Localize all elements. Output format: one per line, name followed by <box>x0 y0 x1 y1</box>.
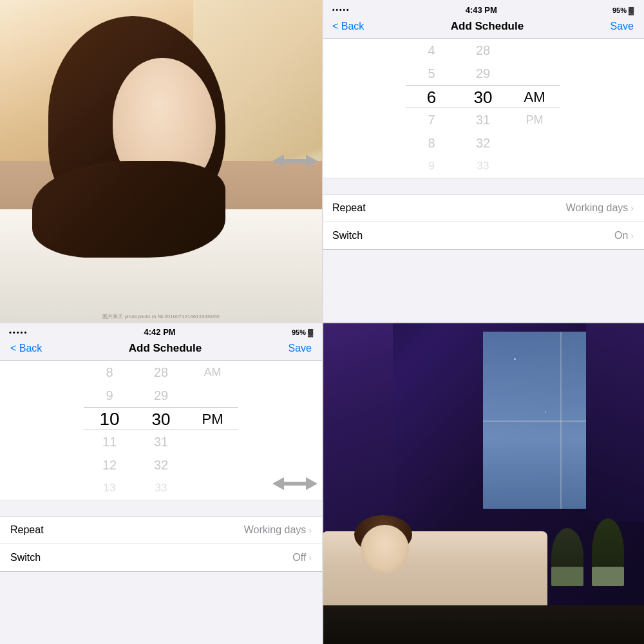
horizontal-arrow-bottom <box>267 468 322 500</box>
switch-value-bl: Off › <box>292 552 312 564</box>
hour-5: 5 <box>406 62 457 85</box>
settings-group: Repeat Working days › Switch On › <box>322 194 644 250</box>
night-bedroom-image <box>322 322 644 644</box>
switch-value-text-bl: Off <box>292 552 306 564</box>
section-gap <box>322 178 644 194</box>
min-28: 28 <box>457 39 509 62</box>
hair-lower <box>32 161 225 258</box>
am-selected: AM <box>509 85 560 108</box>
hour-13-bl: 13 <box>84 477 135 500</box>
hour-11-bl: 11 <box>84 430 135 453</box>
hour-8-bl: 8 <box>84 361 135 384</box>
pm-selected-bl: PM <box>187 407 238 430</box>
switch-value-text: On <box>614 230 628 242</box>
svg-marker-0 <box>272 155 317 167</box>
hour-column-bl[interactable]: 8 9 10 11 12 13 <box>84 361 135 500</box>
pot2 <box>592 567 624 586</box>
min-32-bl: 32 <box>135 453 187 477</box>
switch-label: Switch <box>332 230 363 242</box>
repeat-row-bl[interactable]: Repeat Working days › <box>0 516 322 544</box>
hour-8: 8 <box>406 131 457 155</box>
am-option-bl: AM <box>187 361 238 384</box>
min-33-bl: 33 <box>135 477 187 500</box>
nav-bar-bottom: < Back Add Schedule Save <box>0 339 322 361</box>
svg-marker-1 <box>272 477 317 490</box>
hour-6-selected: 6 <box>406 85 457 108</box>
battery-indicator: 95% ▓ <box>612 6 634 14</box>
phone-interface-morning: ••••• 4:43 PM 95% ▓ < Back Add Schedule … <box>322 0 644 322</box>
hour-9-bl: 9 <box>84 384 135 407</box>
curtain-left <box>322 322 393 541</box>
horizontal-arrow-top <box>267 145 322 177</box>
switch-row[interactable]: Switch On › <box>322 222 644 249</box>
repeat-chevron: › <box>630 203 634 213</box>
star1 <box>514 358 516 360</box>
min-29-bl: 29 <box>135 384 187 407</box>
hour-column[interactable]: 4 5 6 7 8 9 <box>406 39 457 178</box>
ampm-spacer2 <box>509 131 560 178</box>
repeat-value: Working days › <box>566 202 634 214</box>
min-30-selected-bl: 30 <box>135 407 187 430</box>
top-right-phone: ••••• 4:43 PM 95% ▓ < Back Add Schedule … <box>322 0 644 322</box>
status-time: 4:43 PM <box>466 5 497 15</box>
pm-option: PM <box>509 108 560 131</box>
horizontal-divider <box>0 322 644 323</box>
ampm-spacer2-bl <box>187 430 238 500</box>
repeat-value-text: Working days <box>566 202 629 214</box>
navigation-bar: < Back Add Schedule Save <box>322 17 644 39</box>
repeat-row[interactable]: Repeat Working days › <box>322 194 644 222</box>
minute-column-bl[interactable]: 28 29 30 31 32 33 <box>135 361 187 500</box>
hour-12-bl: 12 <box>84 453 135 477</box>
min-30-selected: 30 <box>457 85 509 108</box>
section-gap-bl <box>0 500 322 516</box>
back-button[interactable]: < Back <box>332 21 364 32</box>
switch-value: On › <box>614 230 634 242</box>
status-bar-bottom: ••••• 4:42 PM 95% ▓ <box>0 322 322 339</box>
page-title: Add Schedule <box>451 20 524 33</box>
repeat-label: Repeat <box>332 202 366 214</box>
switch-row-bl[interactable]: Switch Off › <box>0 544 322 571</box>
arrow-svg-bottom <box>272 474 317 493</box>
child-face <box>361 525 409 573</box>
min-32: 32 <box>457 131 509 155</box>
signal-dots: ••••• <box>332 6 350 14</box>
repeat-chevron-bl: › <box>308 525 312 535</box>
switch-chevron-bl: › <box>308 553 312 563</box>
status-time-bl: 4:42 PM <box>144 327 176 337</box>
repeat-value-text-bl: Working days <box>244 524 307 536</box>
picker-row: 4 5 6 7 8 9 28 29 30 31 32 33 <box>322 39 644 178</box>
save-button-bl[interactable]: Save <box>289 343 312 354</box>
time-picker[interactable]: 4 5 6 7 8 9 28 29 30 31 32 33 <box>322 39 644 178</box>
min-31: 31 <box>457 108 509 131</box>
ampm-spacer-bl <box>187 384 238 407</box>
content-area-top <box>322 250 644 322</box>
bottom-right-photo <box>322 322 644 644</box>
back-button-bl[interactable]: < Back <box>10 343 42 354</box>
ampm-column-bl[interactable]: AM PM <box>187 361 238 500</box>
arrow-svg-top <box>272 151 317 171</box>
min-33: 33 <box>457 155 509 178</box>
page-title-bl: Add Schedule <box>129 342 202 355</box>
save-button[interactable]: Save <box>611 21 634 32</box>
min-29: 29 <box>457 62 509 85</box>
ampm-column[interactable]: AM PM <box>509 39 560 178</box>
switch-label-bl: Switch <box>10 552 41 564</box>
battery-bl: 95% ▓ <box>292 328 313 336</box>
repeat-label-bl: Repeat <box>10 524 44 536</box>
switch-chevron: › <box>630 231 634 241</box>
content-area-bottom <box>0 572 322 644</box>
hour-9: 9 <box>406 155 457 178</box>
min-31-bl: 31 <box>135 430 187 453</box>
signal-dots-bl: ••••• <box>9 328 28 336</box>
minute-column[interactable]: 28 29 30 31 32 33 <box>457 39 509 178</box>
photo-credit: 图片来天 photophoto.m №:201607121661333S060 <box>102 313 220 320</box>
pot1 <box>551 567 583 586</box>
ampm-spacer <box>509 39 560 85</box>
hour-10-selected: 10 <box>84 407 135 430</box>
hour-7: 7 <box>406 108 457 131</box>
repeat-value-bl: Working days › <box>244 524 312 536</box>
hour-4: 4 <box>406 39 457 62</box>
star3 <box>545 412 546 413</box>
min-28-bl: 28 <box>135 361 187 384</box>
floor <box>322 605 644 644</box>
